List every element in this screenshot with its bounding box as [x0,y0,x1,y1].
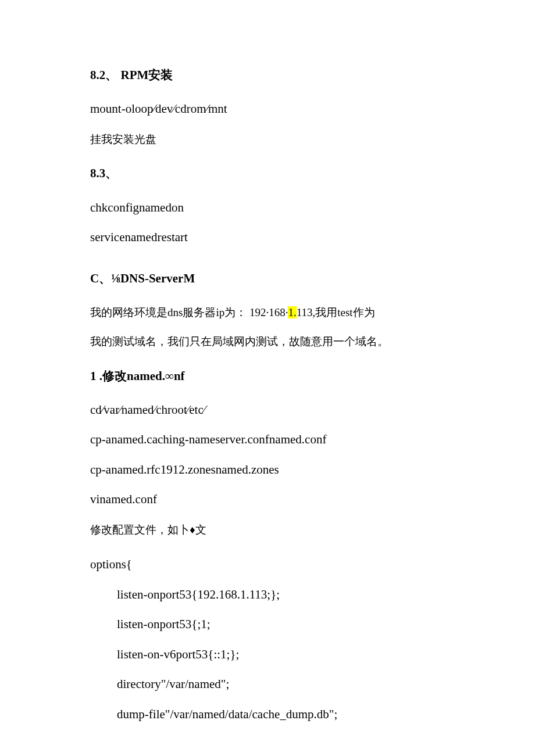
option-listen-port: listen-onport53{;1; [90,615,445,634]
section-1-heading: 1 .修改named.∞nf [90,368,445,385]
section-c-heading: C、⅛DNS-ServerM [90,270,445,287]
options-open: options{ [90,556,445,574]
vi-command: vinamed.conf [90,490,445,509]
chkconfig-command: chkconfignamedon [90,199,445,217]
section-8-2-heading: 8.2、 RPM安装 [90,67,445,84]
cp-named-zones-command: cp-anamed.rfc1912.zonesnamed.zones [90,461,445,479]
option-directory: directory"/var/named"; [90,675,445,694]
modify-config-note: 修改配置文件，如卜♦文 [90,521,445,539]
option-listen-v6: listen-on-v6port53{::1;}; [90,646,445,664]
ip-highlight: 1. [288,306,296,318]
cd-command: cd∕var∕named∕chroot∕etc∕ [90,401,445,420]
section-8-3-heading: 8.3、 [90,165,445,182]
service-restart-command: servicenamedrestart [90,228,445,247]
intro-line-1: 我的网络环境是dns服务器ip为： 192·168·1.113,我用test作为 [90,303,445,322]
option-dump-file: dump-file"/var/named/data/cache_dump.db"… [90,705,445,724]
mount-command: mount-oloop∕dev∕cdrom∕mnt [90,100,445,119]
mount-note: 挂我安装光盘 [90,130,445,149]
intro-pre: 我的网络环境是dns服务器ip为： 192·168· [90,306,288,318]
document-page: 8.2、 RPM安装 mount-oloop∕dev∕cdrom∕mnt 挂我安… [0,0,535,756]
intro-post: 113,我用test作为 [297,306,375,318]
option-listen-ip: listen-onport53{192.168.1.113;}; [90,586,445,604]
cp-named-conf-command: cp-anamed.caching-nameserver.confnamed.c… [90,431,445,449]
intro-line-2: 我的测试域名，我们只在局域网内测试，故随意用一个域名。 [90,332,445,351]
